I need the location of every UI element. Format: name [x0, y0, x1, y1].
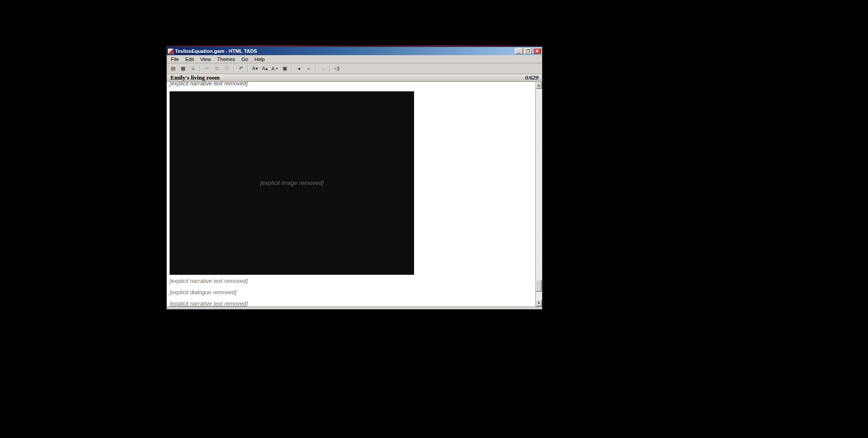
- cut-icon[interactable]: ✂: [203, 64, 212, 73]
- turn-counter: 0/629: [525, 74, 538, 81]
- copy-icon[interactable]: ⧉: [212, 64, 222, 73]
- scroll-down-icon[interactable]: ▼: [536, 300, 542, 306]
- toolbar-separator: [234, 65, 234, 72]
- menu-go[interactable]: Go: [238, 56, 251, 63]
- menu-view[interactable]: View: [197, 56, 214, 63]
- themes-icon[interactable]: ▣: [280, 64, 289, 73]
- horizontal-scrollbar[interactable]: [167, 306, 542, 309]
- toolbar-separator: [248, 65, 248, 72]
- menu-themes[interactable]: Themes: [214, 56, 238, 63]
- toolbar-separator: [292, 65, 292, 72]
- back-icon[interactable]: ◂: [294, 64, 303, 73]
- vertical-scrollbar[interactable]: ▲ ▼: [535, 82, 542, 306]
- room-name: Emily's living room: [170, 74, 220, 81]
- forward-icon[interactable]: ▸: [304, 64, 313, 73]
- toolbar-separator: [316, 65, 316, 72]
- paste-icon[interactable]: ⎘: [222, 64, 231, 73]
- status-header: Emily's living room 0/629: [167, 74, 542, 82]
- title-bar[interactable]: TeslissEquation.gam - HTML TADS _ ❐ ✕: [167, 47, 542, 55]
- scrollbar-track[interactable]: [536, 89, 542, 300]
- font-smaller-icon[interactable]: A▾: [250, 64, 259, 73]
- story-paragraph: [explicit narrative text removed]: [170, 82, 533, 88]
- undo-icon[interactable]: ↶: [236, 64, 245, 73]
- content-area: [explicit narrative text removed] [expli…: [167, 82, 542, 306]
- toolbar-separator: [330, 65, 330, 72]
- sound-icon[interactable]: ◁): [332, 64, 341, 73]
- app-icon: [168, 48, 174, 54]
- text-color-glyph: A: [271, 66, 274, 71]
- story-pane[interactable]: [explicit narrative text removed] [expli…: [167, 82, 535, 306]
- story-paragraph: [explicit dialogue removed]: [170, 289, 533, 297]
- open-folder-icon[interactable]: ⌸: [189, 64, 198, 73]
- menu-help[interactable]: Help: [251, 56, 268, 63]
- close-button[interactable]: ✕: [533, 48, 541, 54]
- save-icon[interactable]: ▦: [179, 64, 188, 73]
- find-icon[interactable]: ◌: [318, 64, 327, 73]
- toolbar-separator: [200, 65, 200, 72]
- text-color-icon[interactable]: A ▼: [270, 64, 279, 73]
- menu-file[interactable]: File: [168, 56, 182, 63]
- new-game-icon[interactable]: ▤: [169, 64, 178, 73]
- scene-image-placeholder: [explicit image removed]: [170, 91, 414, 275]
- story-paragraph: [explicit narrative text removed]: [170, 278, 533, 285]
- chevron-down-icon: ▼: [275, 67, 278, 70]
- scrollbar-thumb[interactable]: [536, 280, 542, 292]
- minimize-button[interactable]: _: [515, 48, 523, 54]
- menu-bar: File Edit View Themes Go Help: [167, 55, 542, 63]
- window-title: TeslissEquation.gam - HTML TADS: [175, 48, 515, 54]
- maximize-button[interactable]: ❐: [524, 48, 532, 54]
- story-paragraph: [explicit narrative text removed]: [170, 300, 533, 306]
- html-tads-window: TeslissEquation.gam - HTML TADS _ ❐ ✕ Fi…: [166, 47, 542, 310]
- font-larger-icon[interactable]: A▴: [260, 64, 269, 73]
- menu-edit[interactable]: Edit: [182, 56, 197, 63]
- toolbar: ▤ ▦ ⌸ ✂ ⧉ ⎘ ↶ A▾ A▴ A ▼ ▣ ◂ ▸ ◌ ◁): [167, 63, 542, 74]
- scroll-up-icon[interactable]: ▲: [536, 82, 542, 89]
